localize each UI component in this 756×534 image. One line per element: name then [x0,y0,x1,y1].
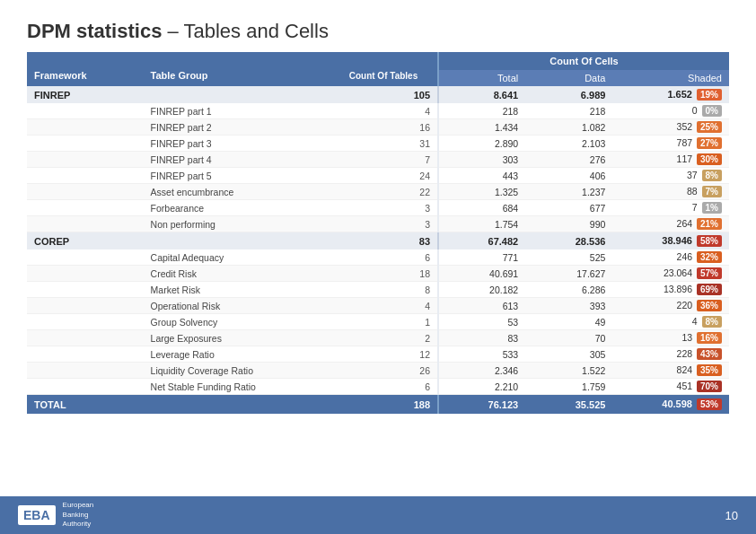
sub-group: FINREP part 4 [144,152,330,168]
sub-pct-badge: 69% [697,284,722,295]
sub-group: Group Solvency [144,314,330,330]
total-pct-badge: 53% [697,398,722,410]
sub-total: 53 [438,314,525,330]
table-row: Asset encumbrance 22 1.325 1.237 88 7% [27,184,729,200]
sub-total: 303 [438,152,525,168]
table-row: Leverage Ratio 12 533 305 228 43% [27,346,729,363]
sub-count: 18 [330,266,438,282]
sub-pct-badge: 8% [702,170,722,181]
sub-total: 533 [438,346,525,363]
total-row: TOTAL 188 76.123 35.525 40.598 53% [27,395,729,415]
sub-shaded: 220 36% [612,298,729,314]
sub-data: 17.627 [525,266,612,282]
sub-count: 12 [330,346,438,363]
sub-shaded: 4 8% [612,314,729,330]
sub-total: 684 [438,200,525,216]
sub-total: 613 [438,298,525,314]
sub-count: 4 [330,298,438,314]
sub-group: Net Stable Funding Ratio [144,379,330,395]
th-tablegroup: Table Group [144,52,330,86]
sub-shaded: 228 43% [612,346,729,363]
sub-group: Non performing [144,216,330,232]
total-label: TOTAL [27,395,144,415]
sub-pct-badge: 43% [697,348,722,360]
sub-group: Forbearance [144,200,330,216]
sub-shaded: 0 0% [612,103,729,119]
framework-row-corep: COREP 83 67.482 28.536 38.946 58% [27,232,729,250]
sub-data: 1.759 [525,379,612,395]
sub-group: FINREP part 3 [144,136,330,152]
sub-total: 1.434 [438,119,525,136]
sub-count: 3 [330,216,438,232]
footer: EBA European Banking Authority 10 [0,496,756,534]
sub-fw-empty [27,266,144,282]
table-row: Non performing 3 1.754 990 264 21% [27,216,729,232]
sub-group: Liquidity Coverage Ratio [144,363,330,379]
th-count-of-tables: Count Of Tables [330,52,438,86]
header: DPM statistics – Tables and Cells [0,0,756,52]
sub-fw-empty [27,168,144,184]
table-row: Net Stable Funding Ratio 6 2.210 1.759 4… [27,379,729,395]
sub-fw-empty [27,152,144,168]
sub-shaded: 7 1% [612,200,729,216]
sub-shaded: 352 25% [612,119,729,136]
sub-data: 1.522 [525,363,612,379]
sub-data: 393 [525,298,612,314]
table-row: FINREP part 5 24 443 406 37 8% [27,168,729,184]
sub-fw-empty [27,249,144,266]
sub-total: 771 [438,249,525,266]
table-row: FINREP part 4 7 303 276 117 30% [27,152,729,168]
sub-total: 83 [438,330,525,346]
sub-pct-badge: 8% [702,316,722,328]
table-row: FINREP part 2 16 1.434 1.082 352 25% [27,119,729,136]
table-row: Capital Adequacy 6 771 525 246 32% [27,249,729,266]
sub-data: 2.103 [525,136,612,152]
page-number: 10 [725,509,738,522]
sub-data: 49 [525,314,612,330]
th-framework: Framework [27,52,144,86]
sub-data: 1.082 [525,119,612,136]
sub-shaded: 117 30% [612,152,729,168]
sub-group: Asset encumbrance [144,184,330,200]
sub-total: 2.210 [438,379,525,395]
sub-fw-empty [27,119,144,136]
total-tablegroup-empty [144,395,330,415]
sub-count: 26 [330,363,438,379]
sub-fw-empty [27,103,144,119]
sub-pct-badge: 16% [697,332,722,344]
table-body: FINREP 105 8.641 6.989 1.652 19% FINREP … [27,86,729,414]
sub-data: 525 [525,249,612,266]
sub-total: 443 [438,168,525,184]
sub-count: 31 [330,136,438,152]
table-row: Credit Risk 18 40.691 17.627 23.064 57% [27,266,729,282]
sub-data: 70 [525,330,612,346]
sub-count: 7 [330,152,438,168]
sub-pct-badge: 21% [697,218,722,230]
sub-shaded: 37 8% [612,168,729,184]
sub-pct-badge: 57% [697,267,722,279]
sub-group: FINREP part 1 [144,103,330,119]
stats-table: Framework Table Group Count Of Tables Co… [27,52,729,414]
sub-pct-badge: 70% [697,381,722,392]
fw-pct-badge: 19% [697,89,722,101]
page-container: DPM statistics – Tables and Cells Framew… [0,0,756,534]
sub-count: 6 [330,249,438,266]
sub-shaded: 13.896 69% [612,282,729,298]
fw-data: 6.989 [525,86,612,103]
sub-fw-empty [27,216,144,232]
sub-shaded: 451 70% [612,379,729,395]
sub-group: Capital Adequacy [144,249,330,266]
sub-pct-badge: 35% [697,364,722,376]
sub-shaded: 88 7% [612,184,729,200]
sub-group: FINREP part 2 [144,119,330,136]
sub-group: Leverage Ratio [144,346,330,363]
sub-shaded: 246 32% [612,249,729,266]
sub-group: Market Risk [144,282,330,298]
th-count-of-cells-group: Count Of Cells [438,52,729,70]
th-total: Total [438,70,525,86]
page-title: DPM statistics – Tables and Cells [27,20,729,43]
sub-group: FINREP part 5 [144,168,330,184]
sub-shaded: 23.064 57% [612,266,729,282]
fw-tablegroup-empty [144,232,330,250]
sub-fw-empty [27,346,144,363]
